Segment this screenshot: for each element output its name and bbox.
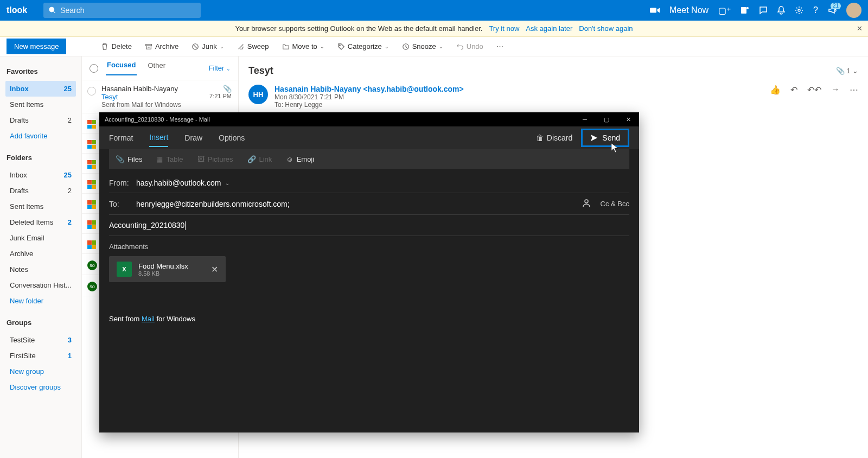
folder-conversation[interactable]: Conversation Hist... <box>5 277 76 293</box>
megaphone-icon[interactable]: 21 <box>828 6 837 15</box>
forward-icon[interactable]: → <box>831 85 840 109</box>
reply-icon[interactable]: ↶ <box>790 85 797 109</box>
contacts-icon[interactable] <box>582 199 591 209</box>
more-icon[interactable]: ⋯ <box>491 40 509 53</box>
ms-logo-icon <box>87 180 96 189</box>
mail-link[interactable]: Mail <box>142 315 155 323</box>
tab-insert[interactable]: Insert <box>149 129 168 147</box>
insert-files[interactable]: 📎Files <box>116 155 142 163</box>
sender-avatar: HH <box>248 85 268 104</box>
folder-inbox[interactable]: Inbox25 <box>5 167 76 183</box>
more-actions-icon[interactable]: ⋯ <box>850 85 858 109</box>
tab-format[interactable]: Format <box>109 129 133 147</box>
insert-pictures[interactable]: 🖼Pictures <box>197 155 233 163</box>
svg-rect-0 <box>650 8 656 13</box>
message-check[interactable] <box>87 87 96 96</box>
snooze-button[interactable]: Snooze⌄ <box>397 40 449 53</box>
attachment-card[interactable]: X Food Menu.xlsx 8.58 KB ✕ <box>109 256 226 282</box>
send-button[interactable]: Send <box>581 129 629 147</box>
remove-attachment-icon[interactable]: ✕ <box>211 264 218 275</box>
undo-button[interactable]: Undo <box>451 40 489 53</box>
clock-icon <box>402 43 410 50</box>
group-firstsite[interactable]: FirstSite1 <box>5 348 76 364</box>
video-icon[interactable] <box>650 7 660 14</box>
folder-archive[interactable]: Archive <box>5 246 76 262</box>
ms-logo-icon <box>87 140 96 149</box>
folders-header[interactable]: Folders <box>7 154 76 162</box>
tab-options[interactable]: Options <box>219 129 245 147</box>
notif-dont-link[interactable]: Don't show again <box>579 24 633 33</box>
sidebar-item-sent[interactable]: Sent Items <box>5 97 76 112</box>
subject-input[interactable]: Accounting_20210830 <box>109 221 184 230</box>
sidebar-item-drafts[interactable]: Drafts2 <box>5 112 76 128</box>
folder-sent[interactable]: Sent Items <box>5 199 76 214</box>
picture-icon: 🖼 <box>197 155 205 163</box>
link-icon: 🔗 <box>247 155 256 163</box>
discard-button[interactable]: 🗑Discard <box>532 131 577 144</box>
folder-junk[interactable]: Junk Email <box>5 230 76 246</box>
chat-icon[interactable] <box>759 6 768 15</box>
move-button[interactable]: Move to⌄ <box>277 40 330 53</box>
notif-try-link[interactable]: Try it now <box>489 24 519 33</box>
insert-emoji[interactable]: ☺Emoji <box>286 155 314 163</box>
svg-rect-1 <box>741 7 746 14</box>
search-box[interactable] <box>43 3 201 18</box>
notif-close-icon[interactable]: ✕ <box>857 24 863 33</box>
help-icon[interactable]: ? <box>813 5 818 15</box>
insert-link[interactable]: 🔗Link <box>247 155 272 163</box>
bell-icon[interactable] <box>777 6 785 15</box>
to-row[interactable]: To: henrylegge@citizenbuilders.onmicroso… <box>109 193 629 215</box>
from-row[interactable]: From: hasy.habib@outlook.com⌄ <box>109 173 629 193</box>
add-favorite-link[interactable]: Add favorite <box>5 128 76 144</box>
minimize-button[interactable]: ─ <box>574 112 596 126</box>
insert-table[interactable]: ▦Table <box>156 155 183 163</box>
compose-ribbon: Format Insert Draw Options 🗑Discard Send <box>99 126 639 149</box>
tab-focused[interactable]: Focused <box>106 61 137 75</box>
sender-avatar-icon: so <box>87 260 97 270</box>
chevron-down-icon[interactable]: ⌄ <box>225 180 229 186</box>
notif-ask-link[interactable]: Ask again later <box>526 24 572 33</box>
meet-now-button[interactable]: Meet Now <box>669 5 709 15</box>
new-group-link[interactable]: New group <box>5 364 76 379</box>
header-icons: Meet Now ▢⁺ ? 21 <box>650 3 861 18</box>
groups-header[interactable]: Groups <box>7 319 76 327</box>
folder-deleted[interactable]: Deleted Items2 <box>5 214 76 230</box>
svg-point-6 <box>339 44 340 46</box>
ms-logo-icon <box>87 240 96 249</box>
tab-draw[interactable]: Draw <box>184 129 202 147</box>
categorize-button[interactable]: Categorize⌄ <box>332 40 394 53</box>
gear-icon[interactable] <box>795 6 803 15</box>
close-button[interactable]: ✕ <box>617 112 639 126</box>
maximize-button[interactable]: ▢ <box>596 112 617 126</box>
action-toolbar: New message Delete Archive Junk⌄ Sweep M… <box>0 37 868 56</box>
new-folder-link[interactable]: New folder <box>5 293 76 309</box>
delete-button[interactable]: Delete <box>95 40 137 53</box>
window-titlebar[interactable]: Accounting_20210830 - Message - Mail ─ ▢… <box>99 112 639 126</box>
app-header: tlook Meet Now ▢⁺ ? 21 <box>0 0 868 21</box>
discover-groups-link[interactable]: Discover groups <box>5 379 76 395</box>
tab-other[interactable]: Other <box>146 61 167 75</box>
group-testsite[interactable]: TestSite3 <box>5 332 76 348</box>
reply-all-icon[interactable]: ↶↶ <box>807 85 821 109</box>
new-message-button[interactable]: New message <box>7 39 66 54</box>
archive-button[interactable]: Archive <box>139 40 184 53</box>
folder-notes[interactable]: Notes <box>5 262 76 277</box>
undo-icon <box>456 43 464 50</box>
cc-bcc-button[interactable]: Cc & Bcc <box>601 200 629 208</box>
sidebar-item-inbox[interactable]: Inbox25 <box>5 81 76 97</box>
junk-button[interactable]: Junk⌄ <box>186 40 229 53</box>
subject-row[interactable]: Accounting_20210830 <box>109 215 629 236</box>
calendar-add-icon[interactable]: ▢⁺ <box>718 5 731 16</box>
like-icon[interactable]: 👍 <box>770 85 781 109</box>
folder-drafts[interactable]: Drafts2 <box>5 183 76 199</box>
select-all-check[interactable] <box>90 64 98 73</box>
message-row[interactable]: Hasanain Habib-Nayany📎 Tesyt7:21 PM Sent… <box>82 80 238 113</box>
signature[interactable]: Sent from Mail for Windows <box>109 315 629 323</box>
attachment-count: 📎 1 ⌄ <box>836 67 858 75</box>
user-avatar[interactable] <box>846 3 861 18</box>
favorites-header[interactable]: Favorites <box>7 67 76 75</box>
filter-button[interactable]: Filter ⌄ <box>208 64 231 72</box>
teams-icon[interactable] <box>741 6 749 15</box>
sweep-button[interactable]: Sweep <box>232 40 275 53</box>
search-input[interactable] <box>60 6 195 15</box>
